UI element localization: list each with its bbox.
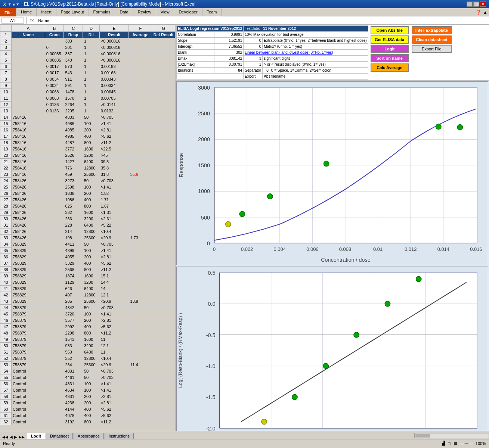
cell-d[interactable]: 800 <box>83 419 99 425</box>
cell-e[interactable]: <10.4 <box>99 355 129 362</box>
cell-f[interactable] <box>129 330 152 336</box>
cell-g[interactable] <box>152 381 175 387</box>
cell-b[interactable] <box>45 190 64 197</box>
cell-f[interactable] <box>129 336 152 343</box>
cell-g[interactable] <box>152 190 175 197</box>
cell-e[interactable]: Result <box>99 32 129 38</box>
cell-f[interactable] <box>129 267 152 273</box>
cell-e[interactable]: >5.62 <box>99 133 129 140</box>
cell-c[interactable]: 4461 <box>64 374 83 381</box>
cell-c[interactable]: 4144 <box>64 406 83 413</box>
cell-c[interactable]: 228 <box>64 222 83 228</box>
cell-d[interactable]: 3200 <box>83 279 99 286</box>
cell-c[interactable]: 543 <box>64 70 83 76</box>
col-header-a[interactable]: A <box>12 25 45 32</box>
cell-c[interactable]: 4411 <box>64 241 83 248</box>
sheet-prev-btn[interactable]: ◀ <box>9 435 13 439</box>
cell-c[interactable]: 1086 <box>64 197 83 203</box>
cell-f[interactable] <box>129 165 152 171</box>
cell-d[interactable]: 3200 <box>83 152 99 159</box>
cell-c[interactable]: 625 <box>64 203 83 209</box>
cell-g[interactable] <box>152 133 175 140</box>
clean-datasheet-button[interactable]: Clean datasheet <box>412 35 452 44</box>
cell-a[interactable] <box>12 108 45 114</box>
cell-g[interactable] <box>152 305 175 311</box>
cell-b[interactable]: 0.0136 <box>45 102 64 108</box>
cell-c[interactable]: 3273 <box>64 178 83 184</box>
cell-a[interactable]: 758829 <box>12 286 45 292</box>
cell-b[interactable] <box>45 222 64 228</box>
cell-e[interactable]: <20.9 <box>99 235 129 241</box>
cell-a[interactable]: Control <box>12 393 45 400</box>
cell-b[interactable] <box>45 114 64 121</box>
cell-e[interactable]: 14.4 <box>99 279 129 286</box>
cell-f[interactable] <box>129 44 152 51</box>
cell-f[interactable] <box>129 343 152 349</box>
tab-view[interactable]: View <box>156 8 174 16</box>
cell-g[interactable] <box>152 127 175 133</box>
cell-c[interactable]: 1129 <box>64 279 83 286</box>
cell-d[interactable]: 1 <box>83 70 99 76</box>
tab-review[interactable]: Review <box>133 8 156 16</box>
cell-c[interactable]: 983 <box>64 343 83 349</box>
cell-e[interactable]: >11.2 <box>99 330 129 336</box>
cell-d[interactable]: 800 <box>83 203 99 209</box>
cell-b[interactable] <box>45 374 64 381</box>
cell-e[interactable]: <5.22 <box>99 222 129 228</box>
cell-b[interactable] <box>45 171 64 178</box>
cell-c[interactable]: 340 <box>64 57 83 63</box>
cell-c[interactable]: 3772 <box>64 146 83 152</box>
cell-c[interactable]: 266 <box>64 216 83 222</box>
cell-a[interactable]: 758879 <box>12 355 45 362</box>
cell-e[interactable]: >1.41 <box>99 184 129 190</box>
cell-c[interactable]: 2598 <box>64 184 83 190</box>
close-btn[interactable]: ✕ <box>480 1 486 7</box>
cell-g[interactable] <box>152 197 175 203</box>
cell-e[interactable]: >1.41 <box>99 387 129 393</box>
cell-d[interactable]: 1 <box>83 89 99 95</box>
tab-team[interactable]: Team <box>202 8 222 16</box>
cell-g[interactable] <box>152 89 175 95</box>
cell-d[interactable]: 200 <box>83 127 99 133</box>
cell-c[interactable]: 301 <box>64 44 83 51</box>
cell-a[interactable]: 758829 <box>12 248 45 254</box>
cell-e[interactable]: <0.000816 <box>99 44 129 51</box>
cell-e[interactable]: <20.9 <box>99 298 129 305</box>
cell-d[interactable]: 3200 <box>83 216 99 222</box>
cell-f[interactable] <box>129 108 152 114</box>
cell-b[interactable] <box>45 165 64 171</box>
cell-b[interactable] <box>45 419 64 425</box>
tab-formulas[interactable]: Formulas <box>89 8 115 16</box>
cell-g[interactable]: Del Result <box>152 32 175 38</box>
cell-a[interactable]: 758879 <box>12 330 45 336</box>
cell-d[interactable]: 1 <box>83 63 99 70</box>
cell-d[interactable]: 800 <box>83 330 99 336</box>
cell-c[interactable]: 1543 <box>64 336 83 343</box>
sheet-tab-datasheet[interactable]: Datasheet <box>46 433 73 439</box>
cell-f[interactable] <box>129 178 152 184</box>
cell-b[interactable] <box>45 152 64 159</box>
cell-b[interactable]: 0.0034 <box>45 83 64 89</box>
cell-b[interactable]: 0 <box>45 44 64 51</box>
cell-c[interactable]: 776 <box>64 165 83 171</box>
cell-a[interactable]: 758829 <box>12 273 45 279</box>
cell-a[interactable]: 758416 <box>12 146 45 152</box>
cell-e[interactable]: 31.8 <box>99 171 129 178</box>
cell-a[interactable]: 758426 <box>12 235 45 241</box>
tab-developer[interactable]: Developer <box>174 8 202 16</box>
cell-e[interactable]: >0.703 <box>99 368 129 374</box>
cell-c[interactable]: 3329 <box>64 260 83 267</box>
cell-e[interactable]: <10.4 <box>99 228 129 235</box>
cell-a[interactable]: Control <box>12 374 45 381</box>
cell-c[interactable]: 4342 <box>64 305 83 311</box>
cell-e[interactable]: >0.703 <box>99 241 129 248</box>
cell-g[interactable] <box>152 159 175 165</box>
cell-b[interactable] <box>45 400 64 406</box>
cell-e[interactable]: >22.5 <box>99 146 129 152</box>
cell-e[interactable]: >1.41 <box>99 311 129 317</box>
tab-insert[interactable]: Insert <box>37 8 56 16</box>
cell-a[interactable]: 758416 <box>12 159 45 165</box>
cell-f[interactable] <box>129 102 152 108</box>
cell-d[interactable]: 100 <box>83 311 99 317</box>
cell-f[interactable] <box>129 57 152 63</box>
